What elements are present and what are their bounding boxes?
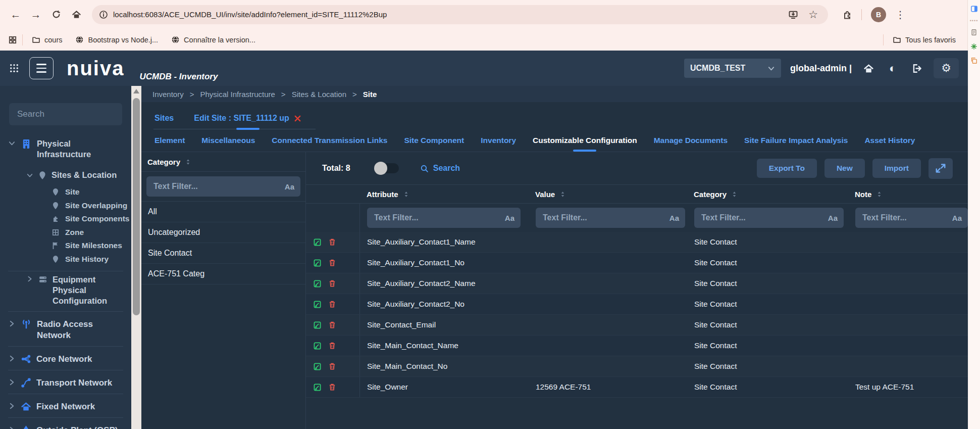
site-info-icon[interactable] <box>99 10 108 19</box>
edit-row-button[interactable] <box>313 300 322 309</box>
category-item-ace751[interactable]: ACE-751 Categ <box>141 264 305 284</box>
search-button[interactable]: Search <box>420 164 460 173</box>
extensions-icon[interactable] <box>842 10 852 20</box>
attribute-filter-input[interactable] <box>373 213 501 223</box>
bookmark-star-icon[interactable]: ☆ <box>808 9 818 21</box>
category-filter-input[interactable] <box>700 213 824 223</box>
toggle-knob[interactable] <box>374 162 387 175</box>
edit-row-button[interactable] <box>313 279 322 288</box>
sidebar-item-site-overlapping[interactable]: Site Overlapping <box>0 199 131 213</box>
case-sensitive-toggle[interactable]: Aa <box>505 214 514 222</box>
sort-icon[interactable] <box>731 190 738 198</box>
breadcrumb-inventory[interactable]: Inventory <box>152 90 184 99</box>
browser-menu-icon[interactable]: ⋮ <box>895 9 905 21</box>
logout-icon[interactable] <box>909 61 924 76</box>
subtab-site-failure-impact-analysis[interactable]: Site Failure Impact Analysis <box>744 136 848 145</box>
delete-row-button[interactable] <box>328 321 336 329</box>
subtab-manage-documents[interactable]: Manage Documents <box>654 136 728 145</box>
value-filter-box[interactable]: Aa <box>536 208 685 228</box>
theme-contrast-icon[interactable]: ◐ <box>885 61 900 76</box>
sidebar-item-fixed-network[interactable]: Fixed Network <box>0 397 131 416</box>
delete-row-button[interactable] <box>328 279 336 288</box>
scrollbar-up-arrow[interactable] <box>133 89 139 93</box>
tab-edit-site[interactable]: Edit Site : SITE_11112 up <box>194 114 301 123</box>
sort-icon[interactable] <box>559 190 566 198</box>
new-button[interactable]: New <box>824 159 865 178</box>
sidebar-item-physical-infrastructure[interactable]: Physical Infrastructure <box>8 138 131 160</box>
delete-row-button[interactable] <box>328 238 336 246</box>
import-button[interactable]: Import <box>872 159 921 178</box>
category-filter-input[interactable] <box>152 181 281 192</box>
sidebar-item-core-network[interactable]: Core Network <box>0 350 131 369</box>
edit-row-button[interactable] <box>313 321 322 329</box>
note-filter-input[interactable] <box>861 213 948 223</box>
category-item-uncategorized[interactable]: Uncategorized <box>141 222 305 243</box>
tab-sites[interactable]: Sites <box>154 114 174 123</box>
scrollbar-thumb[interactable] <box>133 98 140 315</box>
forward-icon[interactable]: → <box>27 6 44 23</box>
delete-row-button[interactable] <box>328 342 336 350</box>
edit-row-button[interactable] <box>313 238 322 247</box>
export-to-button[interactable]: Export To <box>757 159 817 178</box>
breadcrumb-physical-infrastructure[interactable]: Physical Infrastructure <box>200 90 275 99</box>
side-panel-icon[interactable] <box>970 5 978 13</box>
breadcrumb-sites-location[interactable]: Sites & Location <box>292 90 346 99</box>
address-bar[interactable]: localhost:6083/ACE_UCMDB_UI/inv/site/add… <box>92 5 828 24</box>
category-item-site-contact[interactable]: Site Contact <box>141 243 305 264</box>
bookmark-connaitre[interactable]: Connaître la version... <box>167 33 260 46</box>
case-sensitive-toggle[interactable]: Aa <box>828 214 838 222</box>
settings-gear-icon[interactable]: ⚙ <box>934 58 959 78</box>
sidebar-item-site-history[interactable]: Site History <box>0 253 131 266</box>
category-item-all[interactable]: All <box>141 202 305 222</box>
tenant-selector[interactable]: UCMDB_TEST <box>684 59 781 78</box>
sidebar-item-zone[interactable]: Zone <box>0 226 131 240</box>
copy-extension-icon[interactable] <box>970 57 977 64</box>
waffle-menu-icon[interactable] <box>9 63 19 73</box>
sidebar-search-input[interactable] <box>16 109 115 120</box>
sort-icon[interactable] <box>875 190 883 198</box>
sort-icon[interactable] <box>402 190 410 198</box>
sidebar-search[interactable] <box>9 103 122 125</box>
flower-extension-icon[interactable] <box>970 43 977 50</box>
delete-row-button[interactable] <box>328 362 336 370</box>
value-filter-input[interactable] <box>542 213 665 223</box>
attribute-filter-box[interactable]: Aa <box>367 208 521 228</box>
install-app-icon[interactable] <box>788 10 798 20</box>
subtab-site-component[interactable]: Site Component <box>404 136 464 145</box>
sidebar-item-site-milestones[interactable]: Site Milestones <box>0 239 131 253</box>
subtab-customizable-configuration[interactable]: Customizable Configuration <box>533 136 637 145</box>
notes-extension-icon[interactable] <box>970 29 977 36</box>
reload-icon[interactable] <box>47 6 65 23</box>
search-mode-toggle[interactable] <box>376 163 399 173</box>
delete-row-button[interactable] <box>328 300 336 308</box>
category-filter-box[interactable]: Aa <box>694 208 844 228</box>
category-filter-box[interactable]: Aa <box>146 176 300 197</box>
case-sensitive-toggle[interactable]: Aa <box>952 214 962 222</box>
edit-row-button[interactable] <box>313 259 322 267</box>
url-text[interactable]: localhost:6083/ACE_UCMDB_UI/inv/site/add… <box>113 10 387 19</box>
subtab-asset-history[interactable]: Asset History <box>864 136 915 145</box>
sidebar-item-sites-location[interactable]: Sites & Location <box>26 170 131 180</box>
expand-table-button[interactable] <box>929 158 953 179</box>
sidebar-item-radio-access-network[interactable]: Radio Access Network <box>0 315 131 345</box>
edit-row-button[interactable] <box>313 342 322 350</box>
profile-avatar[interactable]: B <box>871 7 886 22</box>
subtab-connected-transmission-links[interactable]: Connected Transmission Links <box>272 136 387 145</box>
delete-row-button[interactable] <box>328 259 336 267</box>
bookmark-bootstrap[interactable]: Bootstrap vs Node.j... <box>71 33 162 46</box>
note-filter-box[interactable]: Aa <box>855 208 968 228</box>
apps-grid-icon[interactable] <box>8 35 17 44</box>
back-icon[interactable]: ← <box>7 6 24 23</box>
home-icon[interactable] <box>861 61 876 76</box>
delete-row-button[interactable] <box>328 383 336 391</box>
edit-row-button[interactable] <box>313 362 322 371</box>
sort-icon[interactable] <box>184 158 192 166</box>
hamburger-menu-button[interactable] <box>29 57 54 79</box>
subtab-miscellaneous[interactable]: Miscellaneous <box>201 136 255 145</box>
bookmark-cours[interactable]: cours <box>28 33 66 46</box>
subtab-element[interactable]: Element <box>154 136 185 145</box>
sidebar-scrollbar[interactable] <box>131 86 141 429</box>
subtab-inventory[interactable]: Inventory <box>481 136 516 145</box>
case-sensitive-toggle[interactable]: Aa <box>669 214 679 222</box>
sidebar-item-transport-network[interactable]: Transport Network <box>0 373 131 393</box>
